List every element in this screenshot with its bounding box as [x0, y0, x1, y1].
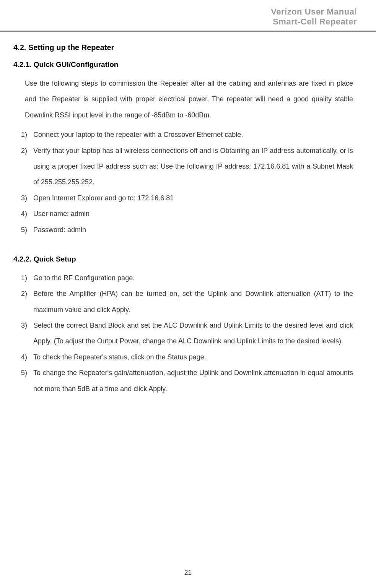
list-text: Before the Amplifier (HPA) can be turned…	[33, 286, 353, 318]
list-text: To check the Repeater's status, click on…	[33, 349, 353, 365]
list-number: 2)	[21, 286, 33, 318]
list-text: Verify that your laptop has all wireless…	[33, 143, 353, 190]
page-header: Verizon User Manual Smart-Cell Repeater	[0, 0, 376, 32]
page-content: 4.2. Setting up the Repeater 4.2.1. Quic…	[0, 43, 376, 397]
list-item: 4) User name: admin	[21, 206, 353, 222]
list-item: 5) To change the Repeater's gain/attenua…	[21, 365, 353, 397]
list-item: 3) Select the correct Band Block and set…	[21, 318, 353, 349]
list-number: 3)	[21, 190, 33, 206]
list-text: Open Internet Explorer and go to: 172.16…	[33, 190, 353, 206]
list-number: 5)	[21, 222, 33, 238]
list-item: 4) To check the Repeater's status, click…	[21, 349, 353, 365]
list-item: 2) Verify that your laptop has all wirel…	[21, 143, 353, 190]
subsection-quick-gui-heading: 4.2.1. Quick GUI/Configuration	[13, 60, 353, 69]
list-item: 5) Password: admin	[21, 222, 353, 238]
list-text: Select the correct Band Block and set th…	[33, 318, 353, 349]
header-title-line1: Verizon User Manual	[19, 7, 357, 17]
subsection-quick-setup-heading: 4.2.2. Quick Setup	[13, 255, 353, 263]
quick-setup-section: 4.2.2. Quick Setup 1) Go to the RF Confi…	[17, 255, 353, 397]
list-text: Connect your laptop to the repeater with…	[33, 127, 353, 143]
list-text: User name: admin	[33, 206, 353, 222]
list-number: 4)	[21, 349, 33, 365]
list-number: 4)	[21, 206, 33, 222]
list-item: 1) Go to the RF Configuration page.	[21, 270, 353, 286]
list-number: 5)	[21, 365, 33, 397]
list-item: 3) Open Internet Explorer and go to: 172…	[21, 190, 353, 206]
list-item: 2) Before the Amplifier (HPA) can be tur…	[21, 286, 353, 318]
header-title-line2: Smart-Cell Repeater	[19, 17, 357, 27]
list-item: 1) Connect your laptop to the repeater w…	[21, 127, 353, 143]
intro-paragraph: Use the following steps to commission th…	[25, 76, 353, 123]
list-number: 2)	[21, 143, 33, 190]
list-text: Go to the RF Configuration page.	[33, 270, 353, 286]
list-text: Password: admin	[33, 222, 353, 238]
section-heading: 4.2. Setting up the Repeater	[13, 43, 353, 52]
list-number: 1)	[21, 127, 33, 143]
page-number: 21	[184, 569, 192, 576]
page-footer: 21	[0, 569, 376, 577]
list-number: 1)	[21, 270, 33, 286]
list-text: To change the Repeater's gain/attenuatio…	[33, 365, 353, 397]
list-number: 3)	[21, 318, 33, 349]
